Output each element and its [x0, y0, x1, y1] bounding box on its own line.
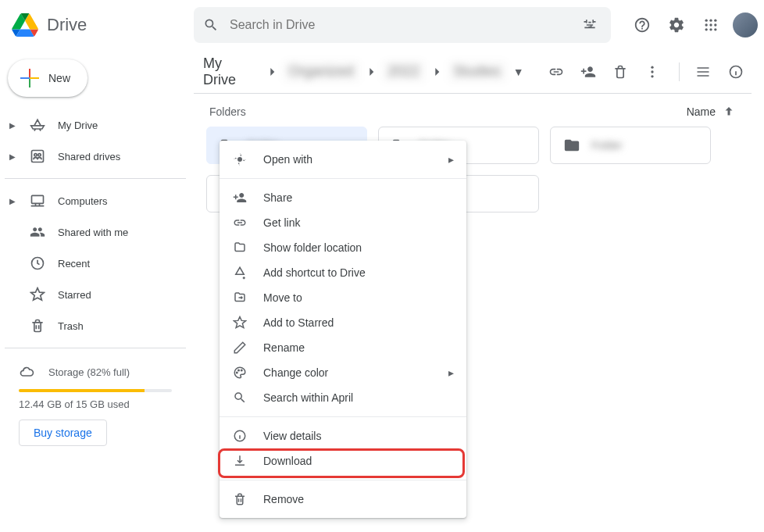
search-icon [232, 391, 248, 405]
dropdown-caret-icon[interactable]: ▼ [513, 66, 524, 78]
ctx-move-to[interactable]: Move to [220, 285, 466, 310]
storage-used-text: 12.44 GB of 15 GB used [5, 398, 186, 420]
ctx-label: Add shortcut to Drive [263, 266, 366, 279]
sidebar-item-computers[interactable]: ▶ Computers [5, 185, 186, 216]
breadcrumb-seg[interactable]: Organized [283, 60, 360, 83]
chevron-right-icon [264, 64, 280, 80]
folder-card[interactable]: Folder [550, 127, 711, 164]
search-icon [203, 17, 219, 33]
storage-fill [19, 389, 145, 392]
expand-caret-icon[interactable]: ▶ [8, 152, 17, 161]
svg-point-10 [34, 154, 37, 156]
search-options-icon[interactable] [578, 13, 602, 37]
new-button[interactable]: New [8, 59, 87, 97]
apps-grid-icon[interactable] [695, 9, 727, 41]
svg-point-8 [714, 28, 716, 30]
open-with-icon [232, 152, 248, 166]
get-link-button[interactable] [541, 56, 570, 87]
ctx-search-within[interactable]: Search within April [220, 385, 466, 410]
trash-icon [28, 318, 47, 334]
ctx-show-location[interactable]: Show folder location [220, 235, 466, 260]
ctx-download[interactable]: Download [220, 448, 466, 473]
search-input[interactable] [230, 18, 567, 32]
support-icon[interactable] [627, 9, 658, 41]
ctx-rename[interactable]: Rename [220, 335, 466, 360]
ctx-label: Move to [263, 291, 302, 304]
ctx-label: View details [263, 430, 321, 442]
ctx-label: Share [263, 191, 292, 204]
svg-point-18 [237, 372, 238, 373]
breadcrumb-seg[interactable]: 2022 [382, 60, 426, 83]
divider [5, 178, 186, 179]
ctx-label: Remove [263, 493, 304, 505]
svg-rect-9 [32, 151, 44, 162]
svg-point-1 [709, 20, 712, 22]
clock-icon [28, 255, 47, 271]
storage-bar [19, 389, 172, 392]
sort-column[interactable]: Name [687, 105, 736, 119]
breadcrumb-seg[interactable]: Studies [448, 60, 507, 83]
sidebar-item-trash[interactable]: Trash [5, 310, 186, 341]
sidebar-item-starred[interactable]: Starred [5, 279, 186, 310]
ctx-add-starred[interactable]: Add to Starred [220, 310, 466, 335]
expand-caret-icon[interactable]: ▶ [8, 121, 17, 130]
settings-icon[interactable] [661, 9, 692, 41]
svg-point-3 [705, 23, 708, 26]
download-icon [232, 454, 248, 468]
delete-button[interactable] [605, 56, 634, 87]
separator [220, 416, 466, 417]
toolbar: My Drive Organized 2022 Studies ▼ [194, 50, 752, 94]
share-button[interactable] [573, 56, 602, 87]
pencil-icon [232, 341, 248, 355]
plus-icon [20, 69, 39, 87]
ctx-remove[interactable]: Remove [220, 487, 466, 512]
submenu-caret-icon: ▸ [448, 153, 454, 166]
svg-point-20 [241, 370, 243, 371]
header: Drive [0, 0, 764, 50]
search-bar[interactable] [194, 7, 611, 43]
storage-row[interactable]: Storage (82% full) [5, 355, 186, 384]
logo-area[interactable]: Drive [9, 9, 194, 41]
palette-icon [232, 366, 248, 380]
sidebar-item-shared-drives[interactable]: ▶ Shared drives [5, 141, 186, 172]
list-view-button[interactable] [687, 56, 719, 87]
people-icon [28, 224, 47, 240]
chevron-right-icon [363, 64, 379, 80]
ctx-add-shortcut[interactable]: Add shortcut to Drive [220, 260, 466, 285]
buy-storage-button[interactable]: Buy storage [19, 420, 107, 446]
ctx-open-with[interactable]: Open with▸ [220, 147, 466, 172]
details-button[interactable] [720, 56, 752, 87]
ctx-label: Change color [263, 366, 328, 379]
link-icon [232, 216, 248, 230]
expand-caret-icon[interactable]: ▶ [8, 197, 17, 205]
ctx-share[interactable]: Share [220, 185, 466, 210]
ctx-get-link[interactable]: Get link [220, 210, 466, 235]
ctx-label: Rename [263, 341, 305, 354]
trash-icon [232, 492, 248, 506]
account-avatar[interactable] [733, 12, 758, 37]
new-button-label: New [48, 72, 70, 84]
svg-point-2 [714, 20, 716, 22]
folder-icon [563, 137, 580, 154]
person-add-icon [232, 191, 248, 205]
svg-point-19 [238, 370, 240, 371]
star-icon [28, 287, 47, 302]
sidebar-item-shared-with-me[interactable]: Shared with me [5, 216, 186, 248]
cloud-icon [19, 364, 34, 380]
svg-point-4 [709, 23, 712, 26]
chevron-right-icon [429, 64, 444, 80]
nav-label: Starred [58, 289, 91, 301]
ctx-label: Show folder location [263, 241, 362, 254]
ctx-change-color[interactable]: Change color▸ [220, 360, 466, 385]
more-options-button[interactable] [637, 56, 666, 87]
ctx-view-details[interactable]: View details [220, 423, 466, 448]
sidebar: New ▶ My Drive ▶ Shared drives ▶ Compute… [0, 50, 194, 532]
nav-label: My Drive [58, 120, 98, 131]
submenu-caret-icon: ▸ [448, 366, 454, 379]
breadcrumb-root[interactable]: My Drive [197, 52, 261, 91]
drive-logo-icon [9, 9, 41, 41]
sidebar-item-recent[interactable]: Recent [5, 248, 186, 279]
sidebar-item-my-drive[interactable]: ▶ My Drive [5, 109, 186, 141]
nav-label: Shared drives [58, 151, 120, 162]
drive-shortcut-icon [232, 266, 248, 280]
